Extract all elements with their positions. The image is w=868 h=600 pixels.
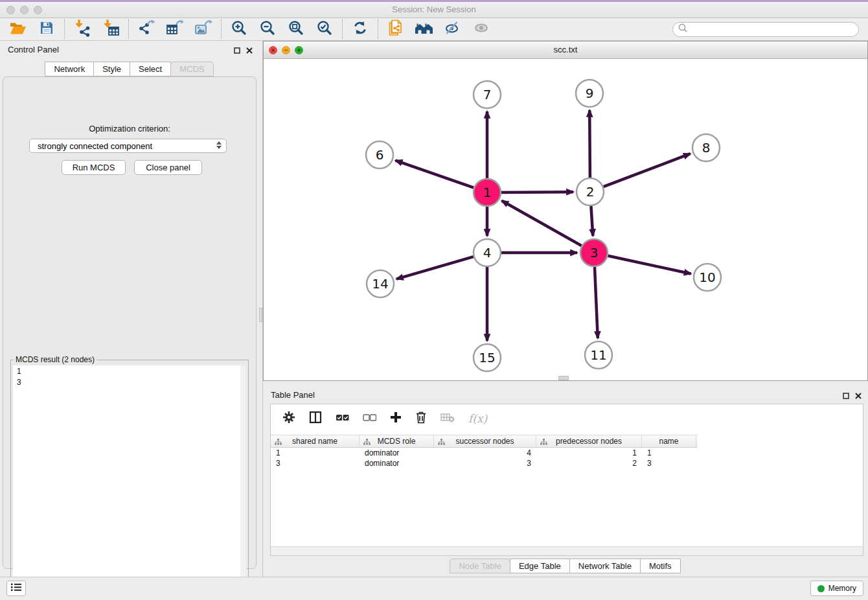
close-window-button[interactable]: [6, 6, 15, 14]
float-panel-icon[interactable]: [843, 390, 849, 402]
mcds-result-text[interactable]: 1 3: [13, 365, 246, 600]
column-header-name[interactable]: name: [642, 435, 696, 447]
column-header-shared-name[interactable]: shared name: [271, 435, 360, 447]
memory-button[interactable]: Memory: [810, 581, 863, 596]
graph-edge-4-14[interactable]: [396, 257, 474, 279]
run-mcds-button[interactable]: Run MCDS: [62, 160, 126, 175]
eye-icon: [473, 20, 490, 38]
export-image-button[interactable]: [189, 19, 218, 39]
frame-minimize-button[interactable]: [282, 45, 290, 57]
cell-successor-nodes[interactable]: 3: [434, 458, 536, 468]
horizontal-splitter-handle[interactable]: [558, 376, 569, 380]
column-label: MCDS role: [378, 437, 416, 446]
graph-edge-2-9[interactable]: [589, 110, 590, 178]
column-label: shared name: [292, 437, 337, 446]
select-all-columns-icon[interactable]: [336, 413, 349, 424]
zoom-fit-icon: [288, 19, 304, 39]
tab-select[interactable]: Select: [130, 62, 171, 76]
zoom-in-button[interactable]: [225, 19, 253, 39]
table-tab-node-table[interactable]: Node Table: [450, 559, 510, 573]
show-hide-button[interactable]: [467, 19, 496, 39]
cell-shared-name[interactable]: 3: [271, 458, 360, 468]
cell-shared-name[interactable]: 1: [271, 448, 360, 458]
cell-successor-nodes[interactable]: 4: [434, 448, 536, 458]
graph-node-label-6: 6: [376, 147, 384, 163]
export-network-button[interactable]: [132, 19, 161, 39]
float-panel-icon[interactable]: [234, 45, 240, 56]
search-box[interactable]: [672, 22, 859, 37]
add-column-plus-icon[interactable]: [390, 411, 402, 426]
result-scrollbar[interactable]: [240, 365, 246, 600]
open-session-button[interactable]: [4, 19, 32, 39]
network-window-titlebar[interactable]: scc.txt: [264, 41, 867, 59]
zoom-selected-button[interactable]: [310, 19, 339, 39]
table-tab-network-table[interactable]: Network Table: [569, 559, 641, 573]
tab-network[interactable]: Network: [45, 62, 94, 76]
cell-predecessor-nodes[interactable]: 2: [536, 458, 642, 468]
import-table-button[interactable]: [97, 19, 125, 39]
task-history-button[interactable]: [6, 581, 26, 596]
export-table-icon: [166, 19, 184, 39]
zoom-out-button[interactable]: [253, 19, 282, 39]
apply-layout-button[interactable]: [346, 19, 374, 39]
first-neighbors-button[interactable]: [410, 19, 439, 39]
table-toolbar: f(x): [271, 404, 863, 433]
search-input[interactable]: [691, 24, 858, 34]
function-builder-icon: f(x): [468, 412, 487, 425]
column-header-mcds-role[interactable]: MCDS role: [360, 435, 434, 447]
unselect-all-columns-icon[interactable]: [363, 413, 376, 424]
splitter-handle[interactable]: [259, 308, 262, 322]
graph-edge-2-3[interactable]: [591, 206, 593, 236]
import-network-button[interactable]: [68, 19, 97, 39]
column-header-successor-nodes[interactable]: successor nodes: [434, 435, 536, 447]
graph-node-label-8: 8: [702, 140, 711, 156]
toggle-graphics-details-button[interactable]: [439, 19, 467, 39]
tab-mcds[interactable]: MCDS: [170, 62, 213, 76]
table-panel: Table Panel f(x) shared nameMCDS rolesuc…: [263, 386, 868, 577]
cell-name[interactable]: 3: [642, 458, 696, 468]
toolbar-separator: [378, 19, 378, 39]
graph-edge-3-11[interactable]: [595, 267, 598, 338]
zoom-fit-button[interactable]: [282, 19, 310, 39]
select-arrows-icon: [216, 141, 222, 149]
houses-icon: [415, 21, 434, 38]
table-horizontal-scrollbar[interactable]: [271, 546, 863, 555]
graph-edge-3-1[interactable]: [502, 201, 582, 246]
graph-node-label-2: 2: [586, 184, 595, 200]
table-tab-edge-table[interactable]: Edge Table: [510, 559, 570, 573]
minimize-window-button[interactable]: [20, 6, 29, 14]
cell-predecessor-nodes[interactable]: 1: [536, 448, 642, 458]
graph-edge-1-6[interactable]: [396, 161, 474, 188]
graph-node-label-3: 3: [590, 245, 599, 260]
main-toolbar: [0, 18, 868, 41]
column-header-predecessor-nodes[interactable]: predecessor nodes: [536, 435, 642, 447]
export-table-button[interactable]: [161, 19, 189, 39]
show-columns-icon[interactable]: [309, 411, 322, 426]
network-graph-canvas[interactable]: 7968124314101511: [264, 58, 867, 380]
search-icon: [678, 23, 687, 35]
graph-edge-2-8[interactable]: [604, 154, 691, 187]
close-panel-button[interactable]: Close panel: [134, 160, 202, 175]
cell-name[interactable]: 1: [642, 448, 696, 458]
close-panel-icon[interactable]: [855, 390, 862, 402]
cell-mcds-role[interactable]: dominator: [360, 458, 434, 468]
delete-column-trash-icon[interactable]: [415, 411, 427, 426]
table-row[interactable]: 3dominator323: [271, 458, 863, 468]
cell-mcds-role[interactable]: dominator: [360, 448, 434, 458]
tab-style[interactable]: Style: [93, 62, 130, 76]
frame-maximize-button[interactable]: [295, 45, 303, 57]
maximize-window-button[interactable]: [34, 6, 42, 14]
table-tab-motifs[interactable]: Motifs: [640, 559, 681, 573]
frame-close-button[interactable]: [269, 45, 277, 57]
optimization-criterion-select[interactable]: strongly connected component: [29, 139, 227, 153]
export-image-icon: [194, 19, 212, 39]
table-settings-gear-icon[interactable]: [282, 411, 295, 426]
close-panel-icon[interactable]: [246, 45, 253, 56]
graph-edge-1-2[interactable]: [501, 192, 573, 192]
table-body: 1dominator4113dominator323: [271, 448, 863, 468]
new-network-from-selection-button[interactable]: [382, 19, 410, 39]
save-session-button[interactable]: [32, 19, 61, 39]
graph-node-label-11: 11: [590, 347, 606, 363]
table-row[interactable]: 1dominator411: [271, 448, 863, 458]
graph-edge-3-10[interactable]: [608, 256, 691, 274]
